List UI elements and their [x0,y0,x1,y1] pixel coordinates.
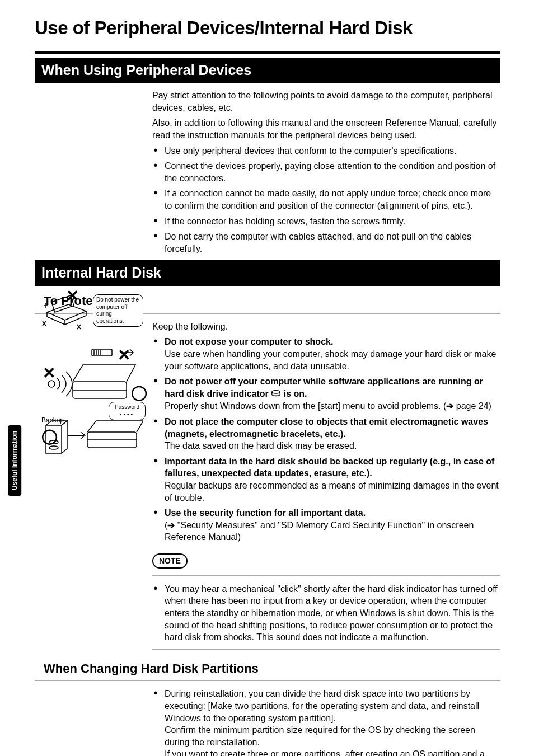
page-title: Use of Peripheral Devices/Internal Hard … [35,16,500,41]
list-item: Do not carry the computer with cables at… [152,231,500,255]
item-lead: Important data in the hard disk should b… [165,457,494,478]
para-intro1: Pay strict attention to the following po… [152,90,500,114]
item-lead: Do not power off your computer while sof… [165,377,483,398]
item-rest: The data saved on the hard disk may be e… [165,441,357,450]
title-rule [35,51,500,54]
para-intro2: Also, in addition to following this manu… [152,117,500,141]
item-rest: Regular backups are recommended as a mea… [165,481,499,503]
thin-rule [152,649,500,650]
subheading-partitions: When Changing Hard Disk Partitions [44,660,500,677]
side-tab: Useful Information [8,425,21,496]
para-keep: Keep the following. [152,321,500,333]
item-rest: Use care when handling your computer, sh… [165,349,496,371]
list-item: Use only peripheral devices that conform… [152,145,500,157]
arrow-icon [446,401,453,411]
item-lead: Do not place the computer close to objec… [165,417,488,439]
list-item: Do not power off your computer while sof… [152,375,500,412]
illus-backup-label: Backup [41,416,64,425]
list-item: If a connection cannot be made easily, d… [152,187,500,212]
list-item: Connect the devices properly, paying clo… [152,160,500,184]
hdd-indicator-icon [271,388,281,401]
illustration-protect-data: ✕ Do not power the computer off during o… [41,278,143,463]
note-text: You may hear a mechanical "click" shortl… [152,583,500,644]
svg-rect-0 [92,349,112,356]
list-item: Do not place the computer close to objec… [152,416,500,452]
thin-rule [35,680,500,681]
item-lead: Use the security function for all import… [165,508,366,518]
item-rest: Properly shut Windows down from the [sta… [165,401,491,411]
list-item: If the connector has holding screws, fas… [152,215,500,228]
svg-rect-5 [73,382,127,398]
illus-caption-top: Do not power the computer off during ope… [96,297,139,324]
svg-point-9 [49,446,58,449]
illus-password-label: Password [115,404,139,410]
item-rest: ( "Security Measures" and "SD Memory Car… [165,520,474,542]
svg-point-12 [272,390,280,393]
thin-rule [152,575,500,576]
list-item: Use the security function for all import… [152,507,500,543]
item-lead: Do not expose your computer to shock. [165,337,333,346]
list-item: During reinstallation, you can divide th… [152,688,500,756]
arrow-icon [167,520,175,530]
note-badge: NOTE [152,553,188,569]
section-bar-peripherals: When Using Peripheral Devices [35,58,500,83]
list-item: Important data in the hard disk should b… [152,456,500,504]
list-item: Do not expose your computer to shock. Us… [152,336,500,372]
